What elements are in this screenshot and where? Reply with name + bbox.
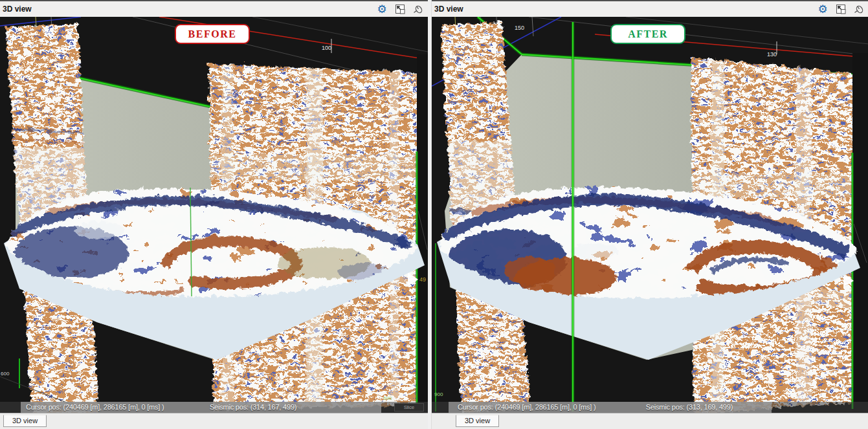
scene-settings-button[interactable]: ⚙	[376, 3, 388, 15]
crossline-tick-label: 150	[515, 25, 524, 31]
gear-icon: ⚙	[377, 4, 386, 15]
scene-header: 3D view ⚙	[0, 0, 428, 17]
z-tick-label: 49	[419, 276, 426, 283]
z-tick-label: 900	[434, 391, 443, 397]
cursor-position: Cursor pos: (240469 [m], 286165 [m], 0 […	[458, 403, 596, 411]
mouse-icon	[854, 4, 864, 14]
seismic-3d-scene-before[interactable]: 100 49	[0, 17, 428, 413]
gear-icon: ⚙	[818, 4, 827, 15]
z-tick-label: 900	[383, 395, 392, 401]
status-bar: Cursor pos: (240469 [m], 286165 [m], 0 […	[0, 402, 428, 413]
scene-viewport-after[interactable]: 150 130	[432, 17, 868, 413]
before-badge: BEFORE	[175, 24, 250, 44]
dock-icon	[395, 4, 405, 14]
cursor-position: Cursor pos: (240469 [m], 286165 [m], 0 […	[26, 403, 164, 411]
tab-3d-view[interactable]: 3D view	[456, 415, 499, 427]
panel-before: 3D view ⚙	[0, 0, 428, 429]
mouse-icon	[413, 4, 423, 14]
scene-settings-button[interactable]: ⚙	[817, 3, 829, 15]
inline-tick-label: 100	[322, 45, 331, 51]
mouse-interaction-button[interactable]	[853, 3, 865, 15]
scene-header: 3D view ⚙	[432, 0, 868, 17]
after-badge: AFTER	[610, 24, 685, 44]
seismic-workspace: { "panels": [ { "title": "3D view", "bad…	[0, 0, 868, 429]
tab-bar: 3D view	[0, 413, 428, 429]
scene-edge-strip	[852, 53, 868, 413]
tab-3d-view[interactable]: 3D view	[3, 415, 47, 427]
seismic-position: Seismic pos: (313, 169, 499)	[646, 403, 733, 411]
dock-icon	[836, 4, 846, 14]
z-tick-label: 600	[1, 371, 10, 377]
dock-view-button[interactable]	[835, 3, 847, 15]
scene-toolbar: ⚙	[817, 3, 865, 15]
mouse-interaction-button[interactable]	[412, 3, 424, 15]
seismic-position: Seismic pos: (314, 167, 499)	[210, 403, 296, 411]
scene-edge-strip	[417, 54, 428, 413]
tab-bar: 3D view	[432, 413, 868, 429]
panel-after: 3D view ⚙	[431, 0, 868, 429]
scene-title: 3D view	[434, 5, 463, 14]
status-bar: Cursor pos: (240469 [m], 286165 [m], 0 […	[432, 402, 868, 413]
dock-view-button[interactable]	[394, 3, 406, 15]
seismic-3d-scene-after[interactable]: 150 130	[432, 17, 868, 413]
scene-toolbar: ⚙	[376, 3, 424, 15]
inline-tick-label: 130	[767, 51, 777, 58]
status-slice-label: Slice	[394, 403, 424, 412]
scene-title: 3D view	[3, 5, 32, 14]
scene-viewport-before[interactable]: 100 49	[0, 17, 428, 413]
